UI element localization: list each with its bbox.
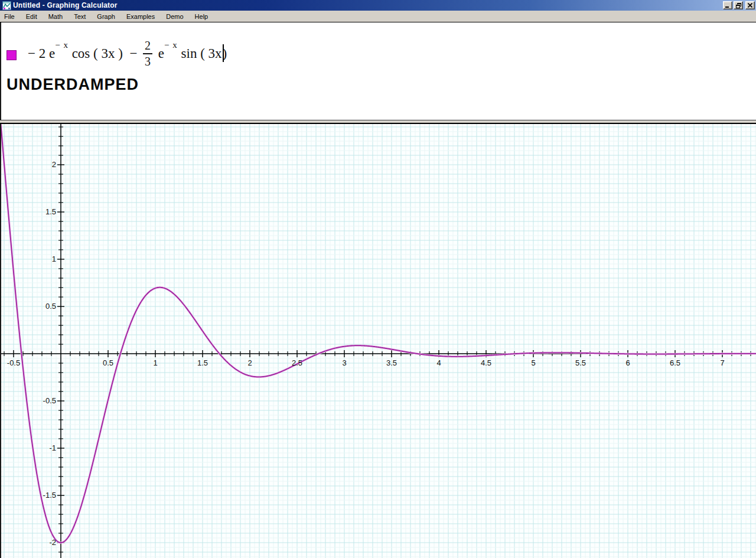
graph-canvas xyxy=(0,124,756,558)
x-tick-label: 7 xyxy=(709,358,735,367)
close-button[interactable] xyxy=(745,1,755,9)
x-tick-label: 5.5 xyxy=(568,358,594,367)
close-icon xyxy=(748,3,752,8)
x-tick-label: 6.5 xyxy=(662,358,688,367)
x-tick-label: 2 xyxy=(237,358,263,367)
eq-seg2: cos ( 3x ) − xyxy=(69,46,141,61)
equation[interactable]: − 2 e− x cos ( 3x ) − 23 e− x sin ( 3x) xyxy=(28,40,227,70)
y-tick-label: -1 xyxy=(30,443,56,452)
app-icon xyxy=(2,1,11,10)
x-tick-label: 3.5 xyxy=(379,358,405,367)
caption-underdamped: UNDERDAMPED xyxy=(6,76,139,94)
restore-icon xyxy=(736,3,741,8)
x-tick-label: 1 xyxy=(142,358,168,367)
restore-button[interactable] xyxy=(734,1,743,9)
x-tick-label: -0.5 xyxy=(1,358,27,367)
menu-help[interactable]: Help xyxy=(191,11,213,22)
x-tick-label: 4.5 xyxy=(473,358,499,367)
y-tick-label: 2 xyxy=(30,160,56,169)
menu-graph[interactable]: Graph xyxy=(93,11,119,22)
menu-examples[interactable]: Examples xyxy=(123,11,159,22)
x-tick-label: 1.5 xyxy=(190,358,216,367)
eq-seg1: − 2 e xyxy=(28,46,55,61)
eq-seg4: sin ( 3x xyxy=(178,46,222,61)
eq-exponent-2: − x xyxy=(164,40,178,50)
menu-bar: FileEditMathTextGraphExamplesDemoHelp xyxy=(0,11,756,22)
x-tick-label: 6 xyxy=(615,358,641,367)
plot-left-border xyxy=(0,124,1,558)
minimize-button[interactable] xyxy=(723,1,732,9)
plot-area[interactable]: -0.50.511.522.533.544.555.566.5721.510.5… xyxy=(0,124,756,558)
y-tick-label: 0.5 xyxy=(30,302,56,311)
y-tick-label: -0.5 xyxy=(30,396,56,405)
menu-text[interactable]: Text xyxy=(70,11,90,22)
fraction-numerator: 2 xyxy=(143,39,152,54)
x-tick-label: 0.5 xyxy=(95,358,121,367)
menu-file[interactable]: File xyxy=(1,11,19,22)
formula-panel: − 2 e− x cos ( 3x ) − 23 e− x sin ( 3x) … xyxy=(0,22,756,120)
eq-exponent-1: − x xyxy=(55,40,69,50)
eq-seg3: e xyxy=(155,46,164,61)
equation-row[interactable]: − 2 e− x cos ( 3x ) − 23 e− x sin ( 3x) xyxy=(6,37,227,73)
x-tick-label: 5 xyxy=(520,358,546,367)
menu-demo[interactable]: Demo xyxy=(162,11,187,22)
minimize-icon xyxy=(725,3,730,8)
y-tick-label: -1.5 xyxy=(30,491,56,500)
window-title: Untitled - Graphing Calculator xyxy=(13,1,723,10)
curve-legend-swatch[interactable] xyxy=(6,50,17,60)
menu-math[interactable]: Math xyxy=(45,11,67,22)
panel-left-border xyxy=(0,22,1,120)
eq-fraction: 23 xyxy=(143,39,152,68)
x-tick-label: 2.5 xyxy=(284,358,310,367)
panel-splitter[interactable] xyxy=(0,120,756,124)
title-bar: Untitled - Graphing Calculator xyxy=(0,0,756,11)
menu-edit[interactable]: Edit xyxy=(22,11,41,22)
x-tick-label: 4 xyxy=(426,358,452,367)
x-tick-label: 3 xyxy=(331,358,357,367)
fraction-denominator: 3 xyxy=(143,54,152,68)
y-tick-label: -2 xyxy=(30,538,56,547)
eq-seg5: ) xyxy=(223,46,227,61)
y-tick-label: 1.5 xyxy=(30,207,56,216)
y-tick-label: 1 xyxy=(30,254,56,263)
